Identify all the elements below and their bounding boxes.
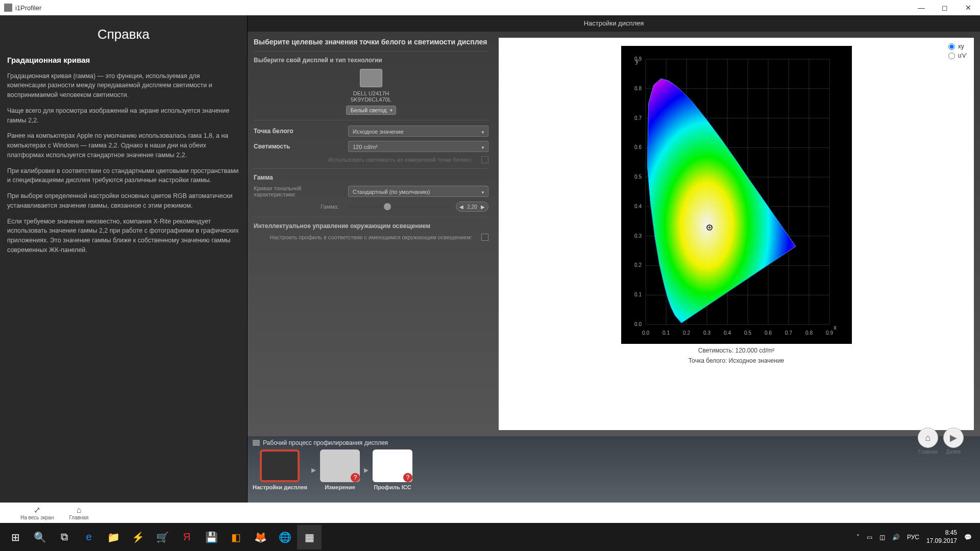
choose-display-label: Выберите свой дисплей и тип технологии [254, 57, 488, 64]
svg-text:0.0: 0.0 [642, 330, 649, 336]
next-label: Далее [946, 449, 961, 455]
help-paragraph: Ранее на компьютерах Apple по умолчанию … [7, 131, 240, 160]
taskview-icon[interactable]: ⧉ [52, 525, 77, 549]
svg-text:0.7: 0.7 [785, 330, 792, 336]
help-paragraph: Градационная кривая (гамма) — это функци… [7, 71, 240, 100]
white-point-label: Точка белого [254, 128, 343, 135]
svg-text:y: y [635, 58, 639, 65]
svg-marker-42 [647, 79, 796, 323]
ambient-profile-label: Настроить профиль в соответствии с имеющ… [254, 234, 476, 240]
close-button[interactable]: ✕ [957, 0, 980, 15]
language-indicator[interactable]: РУС [907, 534, 919, 541]
coord-xy-radio[interactable]: xy [948, 43, 967, 50]
help-paragraph: При калибровке в соответствии со стандар… [7, 166, 240, 186]
windows-taskbar: ⊞ 🔍 ⧉ e 📁 ⚡ 🛒 Я 💾 ◧ 🦊 🌐 ▦ ˄ ▭ ◫ 🔊 РУС 8:… [0, 523, 980, 551]
monitor-name: DELL U2417H [353, 90, 389, 96]
volume-icon[interactable]: 🔊 [892, 534, 900, 541]
chrome-icon[interactable]: 🌐 [273, 525, 297, 549]
help-paragraph: Чаще всего для просмотра изображений на … [7, 106, 240, 126]
app-icon[interactable]: ◧ [224, 525, 248, 549]
clock[interactable]: 8:45 17.09.2017 [926, 529, 957, 545]
gamma-slider[interactable] [348, 206, 451, 208]
chevron-right-icon: ▸ [364, 464, 369, 475]
app-icon[interactable]: ⚡ [126, 525, 150, 549]
edge-icon[interactable]: e [77, 525, 101, 549]
workflow-bar: Рабочий процесс профилирования дисплея Н… [248, 436, 980, 503]
svg-text:0.4: 0.4 [634, 204, 642, 209]
workflow-step-measure[interactable]: ? [320, 449, 360, 482]
luminance-label: Светимость [254, 143, 343, 150]
notifications-icon[interactable]: 💬 [964, 534, 972, 541]
alert-icon: ? [403, 473, 412, 482]
minimize-button[interactable]: — [910, 0, 933, 15]
luminance-select[interactable]: 120 cd/m² [348, 141, 488, 152]
luminance-caption: Светимость: 120.000 cd/m² [698, 347, 774, 354]
gamma-section-label: Гамма [254, 174, 343, 181]
home-button[interactable]: ⌂Главная [69, 506, 88, 520]
settings-heading: Выберите целевые значения точки белого и… [254, 38, 488, 46]
app-bottombar: ⤢На весь экран ⌂Главная [0, 503, 980, 523]
app-icon[interactable]: 💾 [199, 525, 224, 549]
fullscreen-button[interactable]: ⤢На весь экран [20, 505, 54, 520]
workflow-step-label: Измерение [325, 484, 355, 490]
svg-text:0.5: 0.5 [744, 330, 751, 336]
help-sidebar: Справка Градационная кривая Градационная… [0, 15, 248, 503]
workflow-icon [253, 440, 260, 446]
workflow-step-settings[interactable] [260, 449, 300, 482]
network-icon[interactable]: ◫ [879, 534, 885, 541]
svg-text:0.4: 0.4 [724, 330, 731, 336]
tray-chevron-icon[interactable]: ˄ [856, 534, 860, 541]
alert-icon: ? [351, 473, 360, 482]
help-paragraph: При выборе определенной настройки основн… [7, 191, 240, 211]
svg-text:0.9: 0.9 [826, 330, 833, 336]
svg-text:0.5: 0.5 [634, 174, 642, 180]
window-title: i1Profiler [15, 4, 41, 12]
page-title: Настройки дисплея [248, 15, 980, 32]
workflow-step-label: Настройки дисплея [253, 484, 307, 490]
ambient-profile-checkbox[interactable] [481, 234, 488, 241]
curve-label: Кривая тональной характеристики: [254, 185, 343, 197]
svg-text:0.8: 0.8 [805, 330, 813, 336]
luminance-from-measured-checkbox[interactable] [481, 156, 488, 163]
svg-text:0.7: 0.7 [634, 115, 642, 121]
monitor-icon [360, 69, 382, 87]
next-button[interactable]: ▶ [943, 428, 964, 448]
maximize-button[interactable]: ◻ [933, 0, 957, 15]
workflow-title: Рабочий процесс профилирования дисплея [263, 439, 388, 446]
workflow-step-profile[interactable]: ? [373, 449, 412, 482]
curve-select[interactable]: Стандартный (по умолчанию) [348, 186, 488, 197]
luminance-from-measured-label: Использовать светимость из измеренной то… [254, 157, 476, 163]
svg-text:0.0: 0.0 [634, 321, 642, 327]
home-label: Главная [918, 449, 938, 455]
svg-text:0.3: 0.3 [634, 233, 642, 239]
help-paragraph: Если требуемое значение неизвестно, комп… [7, 217, 240, 255]
white-point-select[interactable]: Исходное значение [348, 126, 488, 137]
battery-icon[interactable]: ▭ [867, 534, 872, 541]
yandex-icon[interactable]: Я [175, 525, 199, 549]
chromaticity-chart: 0.00.10.20.30.40.50.60.70.80.90.00.10.20… [621, 46, 852, 344]
gamma-value-field[interactable]: ◀2,20▶ [456, 202, 488, 212]
chevron-right-icon: ▸ [311, 464, 316, 475]
search-icon[interactable]: 🔍 [28, 525, 52, 549]
start-button[interactable]: ⊞ [3, 525, 28, 549]
svg-text:0.2: 0.2 [683, 330, 690, 336]
help-heading: Градационная кривая [7, 55, 240, 66]
home-button[interactable]: ⌂ [918, 428, 938, 448]
firefox-icon[interactable]: 🦊 [248, 525, 273, 549]
gamma-label: Гамма: [254, 204, 343, 210]
svg-text:0.8: 0.8 [634, 86, 642, 91]
settings-panel: Выберите целевые значения точки белого и… [254, 38, 488, 430]
chromaticity-panel: xy u'v' 0.00.10.20.30.40.50.60.70.80.90.… [499, 38, 974, 430]
svg-text:x: x [834, 324, 837, 331]
app-icon[interactable]: 🛒 [150, 525, 175, 549]
svg-text:0.1: 0.1 [634, 292, 642, 297]
whitepoint-caption: Точка белого: Исходное значение [689, 357, 785, 364]
monitor-serial: 5K9YD6CL470L [351, 96, 391, 103]
backlight-dropdown[interactable]: Белый светод [346, 106, 397, 115]
explorer-icon[interactable]: 📁 [101, 525, 126, 549]
i1profiler-taskbar-icon[interactable]: ▦ [297, 525, 322, 549]
app-icon [4, 4, 12, 12]
svg-text:0.1: 0.1 [663, 330, 670, 336]
slider-thumb-icon[interactable] [384, 203, 391, 210]
coord-uv-radio[interactable]: u'v' [948, 52, 967, 59]
